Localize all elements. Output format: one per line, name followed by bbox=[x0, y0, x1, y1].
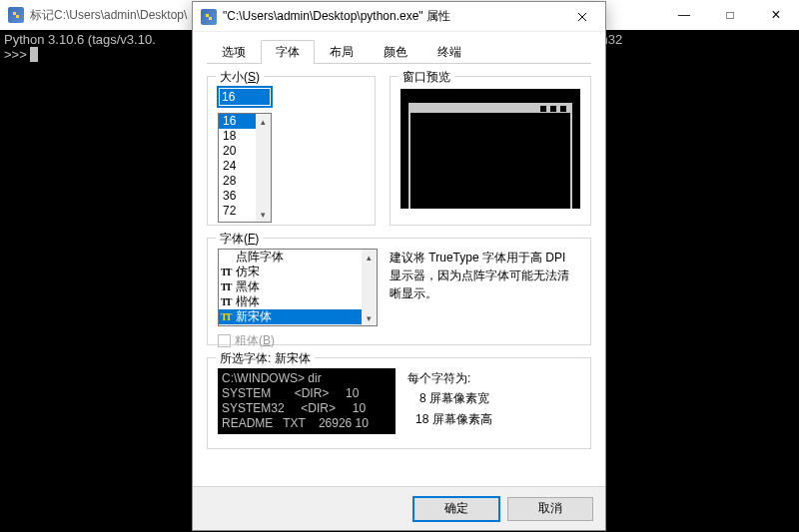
scroll-up-icon[interactable]: ▴ bbox=[362, 250, 377, 265]
tab-terminal[interactable]: 终端 bbox=[422, 40, 476, 64]
python-icon bbox=[201, 9, 217, 25]
font-group: 字体(F) 点阵字体 TT仿宋 TT黑体 TT楷体 TT新宋体 ▴ ▾ bbox=[207, 238, 591, 345]
dialog-titlebar[interactable]: "C:\Users\admin\Desktop\python.exe" 属性 bbox=[193, 2, 605, 32]
font-option[interactable]: TT楷体 bbox=[219, 294, 377, 309]
font-option[interactable]: 点阵字体 bbox=[219, 250, 377, 265]
size-option[interactable]: 36 bbox=[219, 189, 257, 204]
selected-font-label: 所选字体: 新宋体 bbox=[216, 350, 315, 367]
selected-font-group: 所选字体: 新宋体 C:\WINDOWS> dir SYSTEM <DIR> 1… bbox=[207, 357, 591, 449]
scrollbar[interactable]: ▴ ▾ bbox=[256, 114, 271, 222]
scroll-down-icon[interactable]: ▾ bbox=[362, 310, 377, 325]
dialog-close-button[interactable] bbox=[559, 2, 605, 32]
size-option[interactable]: 20 bbox=[219, 144, 257, 159]
tab-font[interactable]: 字体 bbox=[261, 40, 315, 64]
checkbox-icon bbox=[218, 334, 231, 347]
font-listbox[interactable]: 点阵字体 TT仿宋 TT黑体 TT楷体 TT新宋体 ▴ ▾ bbox=[218, 249, 378, 326]
close-button[interactable]: × bbox=[753, 0, 799, 30]
cursor-icon bbox=[30, 47, 38, 62]
terminal-window-controls: — □ × bbox=[661, 0, 799, 30]
size-option[interactable]: 18 bbox=[219, 129, 257, 144]
size-option[interactable]: 28 bbox=[219, 174, 257, 189]
char-dimensions: 每个字符为: 8 屏幕像素宽 18 屏幕像素高 bbox=[407, 368, 492, 436]
size-option[interactable]: 24 bbox=[219, 159, 257, 174]
cancel-button[interactable]: 取消 bbox=[507, 497, 593, 521]
terminal-title: 标记C:\Users\admin\Desktop\ bbox=[30, 7, 187, 24]
size-option[interactable]: 16 bbox=[219, 114, 257, 129]
size-group: 大小(S) 16 16 18 20 24 28 36 72 bbox=[207, 76, 376, 226]
minimize-button[interactable]: — bbox=[661, 0, 707, 30]
ok-button[interactable]: 确定 bbox=[413, 497, 499, 521]
font-hint-text: 建议将 TrueType 字体用于高 DPI 显示器，因为点阵字体可能无法清晰显… bbox=[390, 249, 580, 332]
size-listbox[interactable]: 16 18 20 24 28 36 72 ▴ ▾ bbox=[218, 113, 272, 223]
size-label: 大小(S) bbox=[216, 69, 264, 86]
font-option[interactable]: TT仿宋 bbox=[219, 265, 377, 279]
maximize-button[interactable]: □ bbox=[707, 0, 753, 30]
dialog-title: "C:\Users\admin\Desktop\python.exe" 属性 bbox=[223, 8, 450, 25]
size-option[interactable]: 72 bbox=[219, 204, 257, 219]
properties-dialog: "C:\Users\admin\Desktop\python.exe" 属性 选… bbox=[192, 1, 606, 531]
scroll-up-icon[interactable]: ▴ bbox=[256, 114, 271, 129]
char-width: 8 屏幕像素宽 bbox=[407, 388, 492, 408]
tab-colors[interactable]: 颜色 bbox=[369, 40, 422, 64]
python-icon bbox=[8, 7, 24, 23]
scrollbar[interactable]: ▴ ▾ bbox=[362, 250, 377, 325]
tab-options[interactable]: 选项 bbox=[207, 40, 261, 64]
preview-canvas bbox=[400, 89, 580, 209]
preview-group: 窗口预览 bbox=[390, 76, 591, 226]
char-info-label: 每个字符为: bbox=[407, 368, 492, 388]
bold-label: 粗体(B) bbox=[235, 332, 275, 349]
dialog-button-bar: 确定 取消 bbox=[193, 486, 605, 530]
font-sample: C:\WINDOWS> dir SYSTEM <DIR> 10 SYSTEM32… bbox=[218, 368, 396, 434]
font-label: 字体(F) bbox=[216, 231, 263, 248]
size-input[interactable]: 16 bbox=[218, 87, 272, 107]
font-option[interactable]: TT新宋体 bbox=[219, 309, 377, 324]
preview-label: 窗口预览 bbox=[399, 69, 454, 86]
char-height: 18 屏幕像素高 bbox=[407, 409, 492, 429]
close-icon bbox=[577, 12, 587, 22]
scroll-down-icon[interactable]: ▾ bbox=[256, 207, 271, 222]
bold-checkbox[interactable]: 粗体(B) bbox=[218, 332, 378, 349]
tab-bar: 选项 字体 布局 颜色 终端 bbox=[207, 40, 591, 64]
tab-layout[interactable]: 布局 bbox=[315, 40, 369, 64]
font-option[interactable]: TT黑体 bbox=[219, 279, 377, 294]
